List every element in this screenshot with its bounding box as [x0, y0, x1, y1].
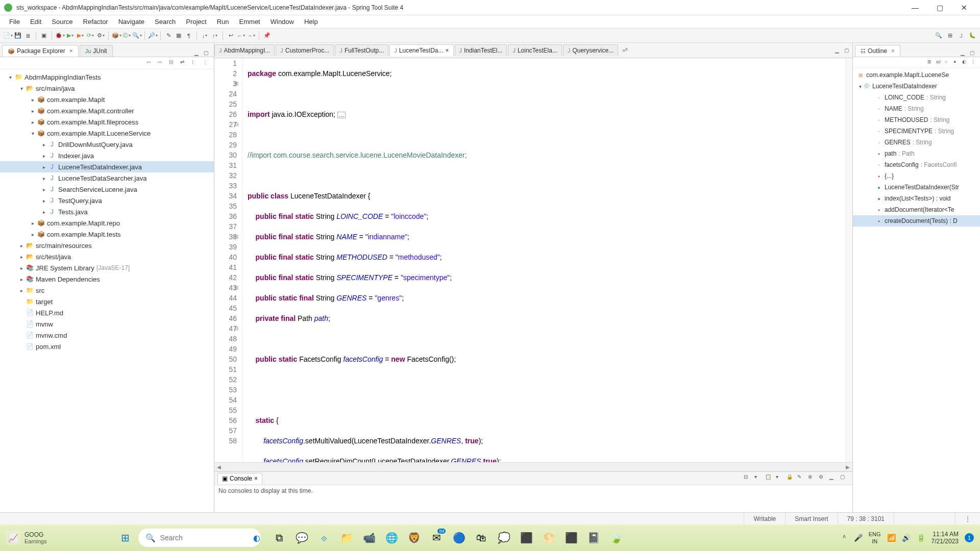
java-file-node[interactable]: ▸JTests.java — [0, 206, 214, 217]
maximize-view-icon[interactable]: ▢ — [202, 48, 210, 57]
src-folder-node[interactable]: ▸📁src — [0, 285, 214, 296]
java-file-node[interactable]: ▸JTestQuery.java — [0, 195, 214, 206]
editor-hscroll[interactable]: ◀▶ — [214, 462, 852, 471]
outline-field[interactable]: ▫SPECIMENTYPE: String — [853, 126, 980, 137]
outline-field[interactable]: ▫LOINC_CODE: String — [853, 92, 980, 103]
outline-method[interactable]: ▪addDocument(Iterator<Te — [853, 204, 980, 215]
maximize-editor-icon[interactable]: ▢ — [842, 46, 850, 55]
jre-library-node[interactable]: ▸📚JRE System Library[JavaSE-17] — [0, 262, 214, 273]
block-select-button[interactable]: ▦ — [174, 31, 183, 40]
editor-tab[interactable]: JLoincTestEla... — [508, 44, 562, 56]
package-node[interactable]: ▸📦com.example.MapIt.fileprocess — [0, 116, 214, 128]
notepad-icon[interactable]: 📓 — [583, 528, 604, 548]
language-indicator[interactable]: ENGIN — [869, 531, 881, 545]
battery-icon[interactable]: 🔋 — [917, 534, 925, 542]
java-file-node[interactable]: ▸JLuceneTestDataSearcher.java — [0, 172, 214, 184]
console-btn[interactable]: 📋 — [765, 474, 774, 483]
menu-search[interactable]: Search — [150, 17, 181, 27]
menu-refactor[interactable]: Refactor — [78, 17, 113, 27]
menu-file[interactable]: File — [4, 17, 25, 27]
editor-tab[interactable]: JAbdmMappingI... — [214, 44, 275, 56]
edge-icon[interactable]: 🌐 — [381, 528, 402, 548]
show-list-button[interactable]: »⁸ — [622, 47, 627, 54]
maximize-outline-icon[interactable]: ▢ — [968, 48, 976, 57]
debug-perspective-button[interactable]: 🐛 — [968, 31, 977, 40]
minimize-console-icon[interactable]: ▁ — [829, 474, 839, 483]
run-last-button[interactable]: ⟳ — [86, 31, 95, 40]
teams-icon[interactable]: 💬 — [291, 528, 312, 548]
external-button[interactable]: ⚙ — [96, 31, 105, 40]
mic-icon[interactable]: 🎤 — [854, 534, 863, 542]
outline-btn[interactable]: ◐ — [962, 59, 969, 66]
store-icon[interactable]: 🛍 — [471, 528, 492, 548]
close-icon[interactable]: × — [254, 475, 258, 482]
maven-deps-node[interactable]: ▸📚Maven Dependencies — [0, 273, 214, 285]
package-tree[interactable]: ▾📁AbdmMappingIndianTests ▾📂src/main/java… — [0, 69, 214, 512]
minimize-outline-icon[interactable]: ▁ — [959, 48, 967, 57]
forward-button[interactable]: → — [247, 31, 256, 40]
back-nav-icon[interactable]: ⇦ — [146, 59, 155, 67]
new-class-button[interactable]: Ⓒ — [122, 31, 131, 40]
outline-static-init[interactable]: ▪{...} — [853, 170, 980, 182]
editor-tab[interactable]: JIndianTestEl... — [455, 44, 507, 56]
menu-emmet[interactable]: Emmet — [234, 17, 265, 27]
messenger-icon[interactable]: 💭 — [494, 528, 514, 548]
java-file-node-selected[interactable]: ▸JLuceneTestDataIndexer.java — [0, 161, 214, 172]
menu-window[interactable]: Window — [265, 17, 299, 27]
start-button[interactable]: ⊞ — [116, 529, 134, 547]
volume-icon[interactable]: 🔊 — [902, 534, 911, 542]
menu-help[interactable]: Help — [299, 17, 323, 27]
prev-annotation-button[interactable]: ↑ — [210, 31, 219, 40]
project-node[interactable]: ▾📁AbdmMappingIndianTests — [0, 71, 214, 83]
terminal-button[interactable]: ▣ — [39, 31, 48, 40]
open-type-button[interactable]: 🔍 — [132, 31, 141, 40]
spring-icon[interactable]: 🍃 — [606, 528, 626, 548]
save-all-button[interactable]: 🗎 — [23, 31, 33, 40]
editor-tab[interactable]: JQueryservice... — [563, 44, 618, 56]
overview-ruler[interactable] — [845, 58, 852, 462]
close-icon[interactable]: × — [891, 47, 895, 55]
menu-project[interactable]: Project — [181, 17, 211, 27]
close-icon[interactable]: × — [69, 47, 73, 55]
code-area[interactable]: package com.example.MapIt.LuceneService;… — [242, 58, 845, 462]
outline-tree[interactable]: ⊞com.example.MapIt.LuceneSe ▾ⒸLuceneTest… — [853, 68, 980, 512]
chrome-icon[interactable]: 🔵 — [449, 528, 469, 548]
minimize-editor-icon[interactable]: ▁ — [833, 46, 841, 55]
file-node[interactable]: 📄HELP.md — [0, 307, 214, 318]
console-btn[interactable]: ▾ — [776, 474, 785, 483]
close-icon[interactable]: × — [446, 47, 449, 54]
notifications-icon[interactable]: 1 — [965, 533, 974, 542]
outline-class[interactable]: ▾ⒸLuceneTestDataIndexer — [853, 81, 980, 92]
console-btn[interactable]: ⊟ — [744, 474, 753, 483]
outline-btn[interactable]: ⋮ — [971, 59, 978, 66]
last-edit-button[interactable]: ↩ — [226, 31, 235, 40]
run-button[interactable]: ▶ — [65, 31, 75, 40]
copilot-icon[interactable]: ◐ — [253, 533, 260, 543]
new-button[interactable]: 📄 — [3, 31, 12, 40]
menu-source[interactable]: Source — [46, 17, 78, 27]
console-btn[interactable]: ⊕ — [808, 474, 817, 483]
outline-package[interactable]: ⊞com.example.MapIt.LuceneSe — [853, 69, 980, 81]
explorer-icon[interactable]: 📁 — [336, 528, 357, 548]
coverage-button[interactable]: ▶ — [76, 31, 85, 40]
outline-constructor[interactable]: ●LuceneTestDataIndexer(Str — [853, 182, 980, 193]
brave-icon[interactable]: 🦁 — [404, 528, 424, 548]
clock[interactable]: 11:14 AM7/21/2023 — [932, 531, 959, 545]
debug-button[interactable]: 🐞 — [55, 31, 64, 40]
target-folder-node[interactable]: 📁target — [0, 296, 214, 307]
outline-btn[interactable]: ○ — [945, 59, 952, 66]
outline-btn[interactable]: ⊞ — [927, 59, 935, 66]
search-input[interactable] — [160, 534, 249, 542]
tab-package-explorer[interactable]: 📦Package Explorer× — [2, 45, 79, 57]
java-file-node[interactable]: ▸JIndexer.java — [0, 150, 214, 161]
editor-tab[interactable]: JCustomerProc... — [276, 44, 334, 56]
outline-field[interactable]: ▪path: Path — [853, 148, 980, 159]
outline-field[interactable]: ▫METHODUSED: String — [853, 114, 980, 126]
tab-junit[interactable]: JuJUnit — [80, 45, 113, 57]
package-node[interactable]: ▸📦com.example.MapIt.repo — [0, 217, 214, 229]
forward-nav-icon[interactable]: ⇨ — [158, 59, 166, 67]
java-file-node[interactable]: ▸JDrillDownMustQuery.java — [0, 139, 214, 150]
console-btn[interactable]: ⚙ — [819, 474, 828, 483]
file-node[interactable]: 📄pom.xml — [0, 341, 214, 352]
file-node[interactable]: 📄mvnw.cmd — [0, 330, 214, 341]
